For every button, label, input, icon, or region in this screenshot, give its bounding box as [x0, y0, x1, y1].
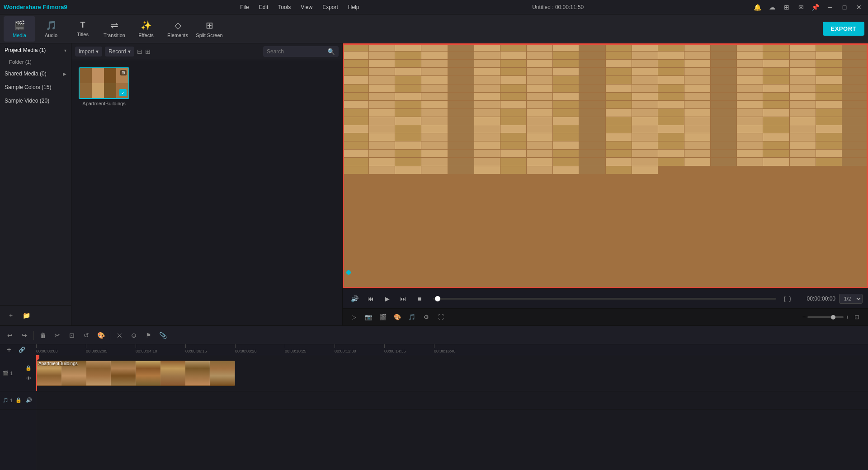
- fullscreen-button[interactable]: ⛶: [435, 311, 447, 323]
- ruler-mark-1: 00:00:02:05: [86, 344, 108, 355]
- snapshot-button[interactable]: 📷: [363, 311, 374, 323]
- filter-icon[interactable]: ⊟: [137, 48, 142, 55]
- timeline-toolbar: ↩ ↪ 🗑 ✂ ⊡ ↺ 🎨 ⚔ ⊜ ⚑ 📎: [0, 326, 868, 344]
- audio-lock-button[interactable]: 🔒: [14, 396, 23, 405]
- menu-help[interactable]: Help: [344, 2, 364, 12]
- menu-file[interactable]: File: [236, 2, 253, 12]
- audio-settings-button[interactable]: 🎵: [406, 311, 418, 323]
- fit-preview-button[interactable]: ⊡: [851, 311, 863, 323]
- sample-video-label: Sample Video (20): [5, 98, 49, 104]
- zoom-out-icon[interactable]: −: [802, 314, 806, 320]
- shared-media-label: Shared Media (0): [5, 70, 47, 77]
- search-icon[interactable]: 🔍: [327, 48, 335, 55]
- video-clip-apartment[interactable]: ApartmentBuildings: [36, 361, 235, 386]
- next-frame-button[interactable]: ⏭: [397, 292, 410, 305]
- ruler-mark-0: 00:00:00:00: [36, 344, 58, 355]
- minimize-button[interactable]: ─: [825, 2, 835, 13]
- notification-icon[interactable]: 🔔: [752, 2, 763, 13]
- cloud-icon[interactable]: ☁: [767, 2, 778, 13]
- pip-button[interactable]: 🎬: [377, 311, 389, 323]
- thumb-check-badge: ✓: [119, 89, 127, 96]
- track-eye-button[interactable]: 👁: [24, 374, 33, 383]
- export-button[interactable]: EXPORT: [823, 22, 864, 36]
- scrubber-thumb[interactable]: [435, 296, 440, 301]
- sample-colors-header[interactable]: Sample Colors (15): [0, 80, 71, 94]
- adjust-button[interactable]: ⊜: [127, 329, 140, 342]
- video-track-number: 1: [10, 371, 13, 376]
- app-logo: Wondershare Filmora9: [4, 4, 67, 10]
- split-clip-button[interactable]: ⚔: [113, 329, 126, 342]
- toolbar-media-label: Media: [13, 33, 26, 38]
- toolbar-titles[interactable]: T Titles: [67, 16, 99, 42]
- menu-edit[interactable]: Edit: [255, 2, 273, 12]
- toolbar-media[interactable]: 🎬 Media: [4, 16, 35, 42]
- toolbar-transition[interactable]: ⇌ Transition: [99, 16, 130, 42]
- add-folder-button[interactable]: 📁: [20, 309, 33, 322]
- zoom-slider-thumb[interactable]: [831, 315, 835, 320]
- menu-view[interactable]: View: [296, 2, 317, 12]
- grid-icon[interactable]: ⊞: [781, 2, 792, 13]
- timeline: ↩ ↪ 🗑 ✂ ⊡ ↺ 🎨 ⚔ ⊜ ⚑ 📎 + 🔗 🎬 1 🔒: [0, 325, 868, 470]
- import-label: Import: [79, 48, 94, 55]
- audio-speaker-button[interactable]: 🔊: [25, 396, 33, 405]
- toolbar-audio[interactable]: 🎵 Audio: [35, 16, 67, 42]
- undo-button[interactable]: ↩: [4, 329, 16, 342]
- grid-view-icon[interactable]: ⊞: [145, 48, 151, 55]
- settings-button[interactable]: ⚙: [420, 311, 432, 323]
- sample-video-header[interactable]: Sample Video (20): [0, 94, 71, 108]
- redo-button[interactable]: ↪: [18, 329, 31, 342]
- snap-button[interactable]: 📎: [156, 329, 169, 342]
- color-button[interactable]: 🎨: [94, 329, 107, 342]
- media-item-apartment[interactable]: ⊞ ✓ ApartmentBuildings: [77, 66, 131, 108]
- left-bottom-icons: + 📁: [0, 305, 71, 325]
- markers-button[interactable]: ⚑: [142, 329, 155, 342]
- building-grid: [343, 43, 868, 288]
- delete-button[interactable]: 🗑: [37, 329, 49, 342]
- toolbar-effects[interactable]: ✨ Effects: [130, 16, 162, 42]
- ruler-mark-2: 00:00:04:10: [136, 344, 157, 355]
- add-track-button[interactable]: +: [3, 344, 15, 356]
- mail-icon[interactable]: ✉: [796, 2, 807, 13]
- speed-button[interactable]: ↺: [80, 329, 93, 342]
- toolbar-elements[interactable]: ◇ Elements: [162, 16, 193, 42]
- pin-icon[interactable]: 📌: [810, 2, 821, 13]
- ruler-mark-6: 00:00:12:30: [335, 344, 356, 355]
- zoom-in-icon[interactable]: +: [845, 314, 849, 320]
- stop-button[interactable]: ■: [413, 292, 426, 305]
- timeline-ruler: 00:00:00:00 00:00:02:05 00:00:04:10 00:0…: [36, 344, 868, 355]
- close-button[interactable]: ✕: [854, 2, 864, 13]
- titlebar-menu: File Edit Tools View Export Help: [236, 2, 363, 12]
- track-lock-button[interactable]: 🔒: [24, 364, 33, 373]
- zoom-slider[interactable]: [807, 316, 844, 318]
- project-media-header[interactable]: Project Media (1) ▾: [0, 43, 71, 57]
- split-icon: ⊞: [206, 20, 213, 31]
- titlebar-title: Untitled : 00:00:11:50: [532, 4, 584, 10]
- menu-tools[interactable]: Tools: [274, 2, 295, 12]
- preview-scrubber[interactable]: [433, 298, 776, 300]
- volume-button[interactable]: 🔊: [348, 292, 361, 305]
- play-button[interactable]: ▶: [381, 292, 393, 305]
- shared-media-arrow: ▶: [63, 71, 66, 76]
- color-grading-button[interactable]: 🎨: [392, 311, 403, 323]
- zoom-select[interactable]: 1/2 1/4 Full: [839, 294, 863, 304]
- prev-frame-button[interactable]: ⏮: [364, 292, 377, 305]
- add-media-button[interactable]: +: [5, 309, 17, 322]
- preview-video: [343, 43, 868, 288]
- building-preview-image: [343, 43, 868, 288]
- import-button[interactable]: Import ▾: [75, 47, 102, 56]
- menu-export[interactable]: Export: [318, 2, 343, 12]
- search-input[interactable]: [267, 48, 326, 55]
- toolbar-split[interactable]: ⊞ Split Screen: [193, 16, 225, 42]
- link-button[interactable]: 🔗: [15, 344, 28, 356]
- cut-button[interactable]: ✂: [51, 329, 64, 342]
- toolbar: 🎬 Media 🎵 Audio T Titles ⇌ Transition ✨ …: [0, 14, 868, 43]
- shared-media-header[interactable]: Shared Media (0) ▶: [0, 67, 71, 80]
- maximize-button[interactable]: □: [839, 2, 850, 13]
- media-toolbar: Import ▾ Record ▾ ⊟ ⊞ 🔍: [71, 43, 342, 60]
- toolbar-separator-2: [110, 331, 110, 340]
- render-button[interactable]: ▷: [348, 311, 360, 323]
- record-button[interactable]: Record ▾: [105, 47, 134, 56]
- crop-button[interactable]: ⊡: [66, 329, 78, 342]
- ruler-mark-7: 00:00:14:35: [384, 344, 406, 355]
- folder-item[interactable]: Folder (1): [0, 57, 71, 67]
